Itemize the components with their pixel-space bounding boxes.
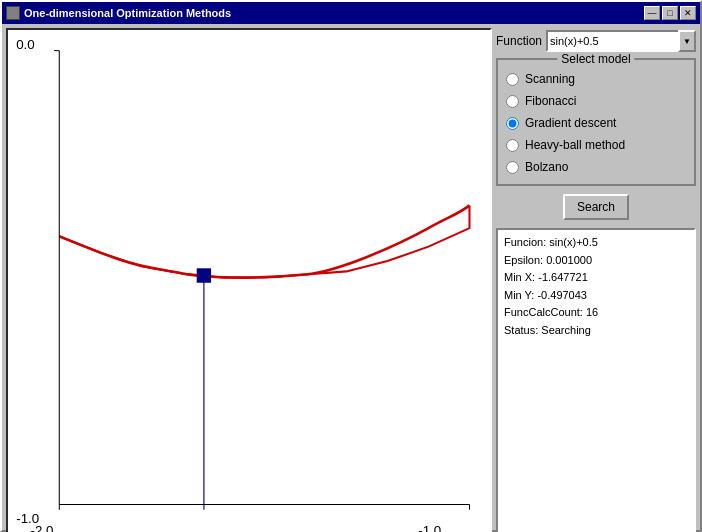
chart-svg: 0.0 -1.0 -2.0 -1.0 bbox=[8, 30, 490, 532]
button-row: Search bbox=[496, 190, 696, 224]
info-line-1: Funcion: sin(x)+0.5 bbox=[504, 234, 688, 252]
titlebar: One-dimensional Optimization Methods — □… bbox=[2, 2, 700, 24]
info-line-5: FuncCalcCount: 16 bbox=[504, 304, 688, 322]
info-line-6: Status: Searching bbox=[504, 322, 688, 340]
function-label: Function bbox=[496, 34, 542, 48]
function-select[interactable]: sin(x)+0.5 cos(x) x^2 x^3-x bbox=[546, 30, 696, 52]
radio-bolzano[interactable]: Bolzano bbox=[504, 156, 688, 178]
model-group: Select model Scanning Fibonacci Gradient… bbox=[496, 58, 696, 186]
radio-bolzano-input[interactable] bbox=[506, 161, 519, 174]
svg-text:-1.0: -1.0 bbox=[418, 523, 441, 532]
function-curve-precise bbox=[59, 205, 469, 277]
app-icon bbox=[6, 6, 20, 20]
radio-scanning[interactable]: Scanning bbox=[504, 68, 688, 90]
radio-scanning-input[interactable] bbox=[506, 73, 519, 86]
close-button[interactable]: ✕ bbox=[680, 6, 696, 20]
function-select-wrapper[interactable]: sin(x)+0.5 cos(x) x^2 x^3-x ▼ bbox=[546, 30, 696, 52]
content-area: 0.0 -1.0 -2.0 -1.0 bbox=[2, 24, 700, 532]
main-window: One-dimensional Optimization Methods — □… bbox=[0, 0, 702, 532]
chart-area: 0.0 -1.0 -2.0 -1.0 bbox=[6, 28, 492, 532]
svg-text:0.0: 0.0 bbox=[16, 37, 35, 52]
function-row: Function sin(x)+0.5 cos(x) x^2 x^3-x ▼ bbox=[496, 28, 696, 54]
info-line-2: Epsilon: 0.001000 bbox=[504, 252, 688, 270]
model-group-legend: Select model bbox=[557, 52, 634, 66]
right-panel: Function sin(x)+0.5 cos(x) x^2 x^3-x ▼ S… bbox=[496, 28, 696, 532]
window-title: One-dimensional Optimization Methods bbox=[24, 7, 231, 19]
radio-fibonacci-input[interactable] bbox=[506, 95, 519, 108]
radio-heavy-ball[interactable]: Heavy-ball method bbox=[504, 134, 688, 156]
search-button[interactable]: Search bbox=[563, 194, 629, 220]
radio-gradient-input[interactable] bbox=[506, 117, 519, 130]
radio-heavyball-label[interactable]: Heavy-ball method bbox=[525, 138, 625, 152]
function-curve bbox=[59, 205, 469, 277]
min-marker bbox=[197, 268, 211, 282]
radio-bolzano-label[interactable]: Bolzano bbox=[525, 160, 568, 174]
info-box: Funcion: sin(x)+0.5 Epsilon: 0.001000 Mi… bbox=[496, 228, 696, 532]
radio-gradient-descent[interactable]: Gradient descent bbox=[504, 112, 688, 134]
info-line-4: Min Y: -0.497043 bbox=[504, 287, 688, 305]
radio-scanning-label[interactable]: Scanning bbox=[525, 72, 575, 86]
radio-gradient-label[interactable]: Gradient descent bbox=[525, 116, 616, 130]
titlebar-buttons: — □ ✕ bbox=[644, 6, 696, 20]
minimize-button[interactable]: — bbox=[644, 6, 660, 20]
svg-text:-2.0: -2.0 bbox=[31, 523, 54, 532]
maximize-button[interactable]: □ bbox=[662, 6, 678, 20]
radio-fibonacci[interactable]: Fibonacci bbox=[504, 90, 688, 112]
radio-fibonacci-label[interactable]: Fibonacci bbox=[525, 94, 576, 108]
info-line-3: Min X: -1.647721 bbox=[504, 269, 688, 287]
radio-heavyball-input[interactable] bbox=[506, 139, 519, 152]
